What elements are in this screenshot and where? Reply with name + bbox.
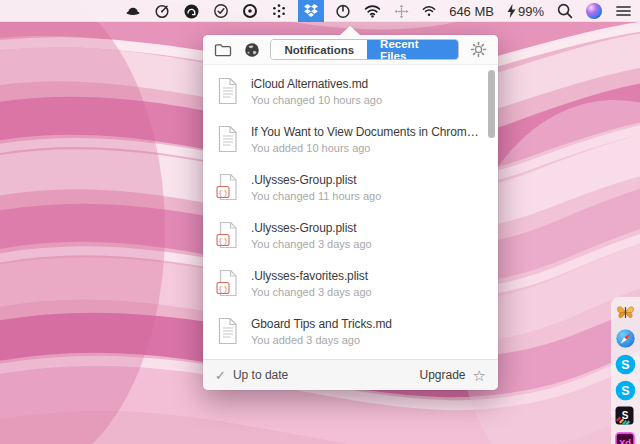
battery-indicator[interactable]: 99%: [505, 0, 546, 22]
data-usage-value: 646 MB: [449, 4, 494, 19]
menu-bar: 646 MB 99%: [0, 0, 640, 22]
bartender-hat-icon[interactable]: [123, 0, 143, 22]
file-name: .Ulysses-favorites.plist: [251, 269, 372, 283]
svg-text:S: S: [621, 384, 629, 398]
file-name: .Ulysses-Group.plist: [251, 221, 372, 235]
recent-files-list: iCloud Alternatives.mdYou changed 10 hou…: [203, 65, 498, 359]
file-row[interactable]: ().Ulysses-Group.plistYou changed 11 hou…: [203, 163, 498, 211]
wifi-icon[interactable]: [362, 0, 383, 22]
file-meta: You changed 3 days ago: [251, 286, 372, 298]
file-row[interactable]: Gboard Tips and Tricks.mdYou added 3 day…: [203, 307, 498, 355]
file-row[interactable]: Beginners Guide to Android...: [203, 355, 498, 359]
upgrade-link[interactable]: Upgrade: [420, 368, 466, 382]
svg-text:(): (): [218, 284, 228, 293]
siri-icon[interactable]: [584, 0, 604, 22]
globe-icon[interactable]: [242, 40, 262, 60]
creative-cloud-icon[interactable]: [181, 0, 202, 22]
safari-icon[interactable]: [615, 328, 636, 349]
tab-recent-files[interactable]: Recent Files: [367, 40, 458, 59]
document-file-icon: [216, 77, 240, 105]
wifi-secondary-icon[interactable]: [420, 0, 438, 22]
power-icon[interactable]: [333, 0, 353, 22]
file-name: iCloud Alternatives.md: [251, 77, 382, 91]
svg-text:S: S: [621, 358, 629, 372]
plist-file-icon: (): [216, 221, 240, 249]
panel-footer: ✓ Up to date Upgrade ☆: [203, 359, 498, 390]
dropbox-panel: Notifications Recent Files iCloud Altern…: [203, 35, 498, 390]
dots-grid-icon[interactable]: [269, 0, 289, 22]
file-meta: You changed 3 days ago: [251, 238, 372, 250]
dropbox-menu-icon[interactable]: [298, 0, 324, 22]
settings-gear-icon[interactable]: [468, 40, 488, 60]
ulysses-butterfly-icon[interactable]: [615, 302, 636, 323]
file-row[interactable]: iCloud Alternatives.mdYou changed 10 hou…: [203, 67, 498, 115]
tab-notifications[interactable]: Notifications: [271, 40, 367, 59]
file-meta: You added 3 days ago: [251, 334, 392, 346]
file-row[interactable]: ().Ulysses-favorites.plistYou changed 3 …: [203, 259, 498, 307]
plist-file-icon: (): [216, 173, 240, 201]
file-row[interactable]: ().Ulysses-Group.plistYou changed 3 days…: [203, 211, 498, 259]
gauge-icon[interactable]: [152, 0, 172, 22]
data-usage-indicator[interactable]: 646 MB: [447, 0, 496, 22]
file-row[interactable]: If You Want to View Documents in Chrome,…: [203, 115, 498, 163]
slack-icon[interactable]: S: [615, 406, 636, 427]
sync-status: Up to date: [233, 368, 288, 382]
spotlight-icon[interactable]: [555, 0, 575, 22]
adobe-xd-icon[interactable]: Xd: [615, 432, 636, 444]
charging-bolt-icon: [507, 4, 516, 18]
document-file-icon: [216, 125, 240, 153]
tab-switcher: Notifications Recent Files: [270, 39, 459, 60]
skype-icon-2[interactable]: S: [615, 380, 636, 401]
file-meta: You changed 11 hours ago: [251, 190, 381, 202]
svg-text:(): (): [218, 236, 228, 245]
panel-header: Notifications Recent Files: [203, 35, 498, 65]
svg-text:S: S: [622, 410, 629, 421]
document-file-icon: [216, 317, 240, 345]
panel-notch: [340, 26, 360, 35]
skype-icon[interactable]: S: [615, 354, 636, 375]
battery-percent: 99%: [518, 4, 544, 19]
move-arrows-icon[interactable]: [392, 0, 411, 22]
folder-icon[interactable]: [213, 40, 233, 60]
file-name: .Ulysses-Group.plist: [251, 173, 381, 187]
file-name: If You Want to View Documents in Chrome,…: [251, 125, 485, 139]
star-outline-icon[interactable]: ☆: [473, 368, 486, 383]
checkmark-icon: ✓: [215, 368, 226, 383]
plist-file-icon: (): [216, 269, 240, 297]
dock: S S S Xd: [611, 297, 640, 444]
target-icon[interactable]: [240, 0, 260, 22]
scrollbar-thumb[interactable]: [488, 70, 495, 138]
file-meta: You added 10 hours ago: [251, 142, 485, 154]
notification-center-icon[interactable]: [613, 0, 634, 22]
svg-text:(): (): [218, 188, 228, 197]
file-meta: You changed 10 hours ago: [251, 94, 382, 106]
file-name: Gboard Tips and Tricks.md: [251, 317, 392, 331]
task-check-icon[interactable]: [211, 0, 231, 22]
desktop: 646 MB 99% Notifications: [0, 0, 640, 444]
svg-text:Xd: Xd: [619, 437, 631, 444]
